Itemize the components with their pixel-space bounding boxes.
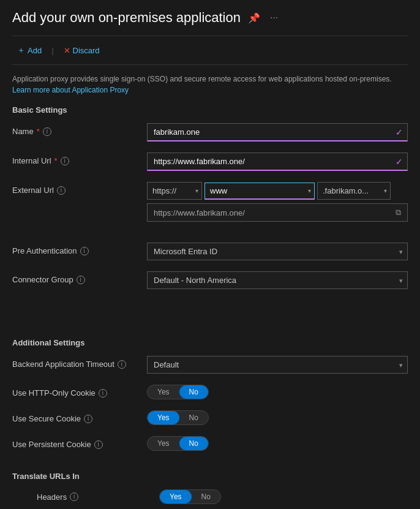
subdomain-input[interactable] bbox=[204, 183, 315, 200]
secure-cookie-toggle: Yes No bbox=[147, 410, 209, 425]
persistent-cookie-no-btn[interactable]: No bbox=[179, 437, 208, 450]
external-url-row: External Url i https:// http:// ▾ ▾ bbox=[12, 182, 408, 222]
secure-cookie-row: Use Secure Cookie i Yes No bbox=[12, 410, 408, 425]
subdomain-input-wrap: ▾ bbox=[204, 182, 315, 200]
learn-more-link[interactable]: Learn more about Application Proxy bbox=[12, 86, 129, 94]
discard-button[interactable]: ✕ Discard bbox=[59, 43, 105, 58]
toolbar: ＋ Add | ✕ Discard bbox=[12, 36, 408, 65]
backend-timeout-label: Backend Application Timeout i bbox=[12, 356, 147, 369]
additional-settings-title: Additional Settings bbox=[12, 338, 408, 347]
headers-label: Headers i bbox=[37, 492, 159, 502]
http-only-cookie-yes-btn[interactable]: Yes bbox=[148, 385, 179, 399]
connector-group-row: Connector Group i Default - North Americ… bbox=[12, 271, 408, 289]
name-info-icon[interactable]: i bbox=[43, 127, 51, 136]
internal-url-info-icon[interactable]: i bbox=[61, 157, 69, 165]
http-only-cookie-toggle: Yes No bbox=[147, 385, 209, 399]
pre-auth-select[interactable]: Microsoft Entra ID Passthrough bbox=[147, 243, 408, 260]
persistent-cookie-row: Use Persistent Cookie i Yes No bbox=[12, 436, 408, 451]
secure-cookie-toggle-wrap: Yes No bbox=[147, 410, 408, 425]
external-url-preview: https://www.fabrikam.one/ ⧉ bbox=[147, 203, 408, 222]
persistent-cookie-info-icon[interactable]: i bbox=[94, 440, 103, 449]
translate-subsection: Headers i Yes No Application Body i bbox=[12, 489, 408, 509]
http-only-cookie-row: Use HTTP-Only Cookie i Yes No bbox=[12, 385, 408, 399]
backend-timeout-info-icon[interactable]: i bbox=[118, 360, 126, 369]
internal-url-label: Internal Url * i bbox=[12, 153, 147, 165]
http-only-cookie-no-btn[interactable]: No bbox=[179, 385, 208, 399]
http-only-cookie-info-icon[interactable]: i bbox=[99, 389, 107, 398]
add-button[interactable]: ＋ Add bbox=[12, 42, 47, 58]
pre-auth-row: Pre Authentication i Microsoft Entra ID … bbox=[12, 243, 408, 260]
copy-icon[interactable]: ⧉ bbox=[396, 208, 401, 217]
headers-no-btn[interactable]: No bbox=[192, 490, 220, 503]
name-label: Name * i bbox=[12, 123, 147, 136]
persistent-cookie-label: Use Persistent Cookie i bbox=[12, 436, 147, 449]
persistent-cookie-toggle-wrap: Yes No bbox=[147, 436, 408, 451]
page-title: Add your own on-premises application bbox=[12, 10, 241, 26]
persistent-cookie-toggle: Yes No bbox=[147, 436, 209, 451]
headers-toggle: Yes No bbox=[159, 489, 221, 504]
internal-url-row: Internal Url * i ✓ bbox=[12, 153, 408, 171]
additional-settings-section: Additional Settings Backend Application … bbox=[12, 332, 408, 451]
internal-url-input-wrap: ✓ bbox=[147, 153, 408, 171]
name-input[interactable] bbox=[147, 123, 408, 141]
name-row: Name * i ✓ bbox=[12, 123, 408, 141]
ellipsis-icon[interactable]: ··· bbox=[268, 11, 280, 25]
pre-auth-select-wrap: Microsoft Entra ID Passthrough ▾ bbox=[147, 243, 408, 260]
external-url-controls: https:// http:// ▾ ▾ .fabrikam.o... ▾ bbox=[147, 182, 408, 222]
secure-cookie-yes-btn[interactable]: Yes bbox=[148, 411, 179, 424]
headers-row: Headers i Yes No bbox=[12, 489, 408, 504]
internal-url-required: * bbox=[54, 156, 58, 165]
pre-auth-label: Pre Authentication i bbox=[12, 243, 147, 255]
headers-yes-btn[interactable]: Yes bbox=[160, 490, 192, 503]
connector-group-select-wrap: Default - North America ▾ bbox=[147, 271, 408, 289]
http-only-cookie-label: Use HTTP-Only Cookie i bbox=[12, 385, 147, 398]
backend-timeout-row: Backend Application Timeout i Default Lo… bbox=[12, 356, 408, 374]
protocol-select[interactable]: https:// http:// bbox=[147, 182, 202, 200]
connector-group-info-icon[interactable]: i bbox=[77, 276, 85, 284]
connector-group-label: Connector Group i bbox=[12, 271, 147, 284]
secure-cookie-label: Use Secure Cookie i bbox=[12, 410, 147, 423]
external-url-info-icon[interactable]: i bbox=[57, 186, 66, 195]
secure-cookie-info-icon[interactable]: i bbox=[84, 415, 92, 423]
http-only-cookie-toggle-wrap: Yes No bbox=[147, 385, 408, 399]
internal-url-check-icon: ✓ bbox=[396, 157, 403, 167]
pin-icon[interactable]: 📌 bbox=[246, 11, 263, 25]
domain-select-wrap: .fabrikam.o... ▾ bbox=[317, 182, 391, 200]
internal-url-input[interactable] bbox=[147, 153, 408, 171]
domain-select[interactable]: .fabrikam.o... bbox=[317, 182, 391, 200]
connector-group-select[interactable]: Default - North America bbox=[147, 271, 408, 289]
name-input-wrap: ✓ bbox=[147, 123, 408, 141]
translate-urls-section: Translate URLs In Headers i Yes No Ap bbox=[12, 472, 408, 509]
external-url-label: External Url i bbox=[12, 182, 147, 195]
backend-timeout-select[interactable]: Default Long Extra Long bbox=[147, 356, 408, 374]
toolbar-divider: | bbox=[51, 46, 53, 55]
secure-cookie-no-btn[interactable]: No bbox=[179, 411, 208, 424]
headers-info-icon[interactable]: i bbox=[70, 492, 78, 501]
name-required: * bbox=[37, 127, 40, 136]
name-check-icon: ✓ bbox=[396, 127, 403, 137]
translate-urls-title: Translate URLs In bbox=[12, 472, 408, 481]
x-icon: ✕ bbox=[64, 46, 70, 55]
backend-timeout-select-wrap: Default Long Extra Long ▾ bbox=[147, 356, 408, 374]
pre-auth-info-icon[interactable]: i bbox=[80, 247, 89, 255]
persistent-cookie-yes-btn[interactable]: Yes bbox=[148, 437, 179, 450]
headers-toggle-wrap: Yes No bbox=[159, 489, 408, 504]
plus-icon: ＋ bbox=[17, 45, 25, 56]
protocol-select-wrap: https:// http:// ▾ bbox=[147, 182, 202, 200]
info-text: Application proxy provides single sign-o… bbox=[12, 74, 408, 96]
basic-settings-title: Basic Settings bbox=[12, 105, 408, 115]
